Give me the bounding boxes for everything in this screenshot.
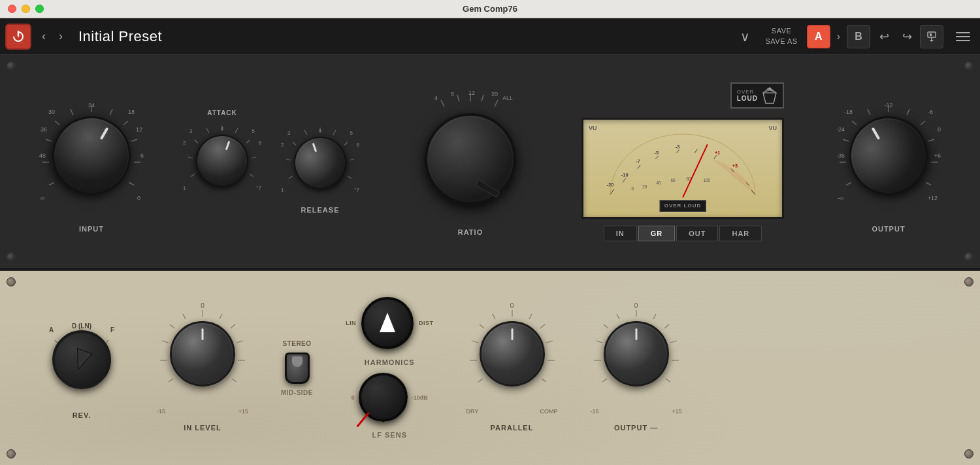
svg-text:+1: +1 — [715, 149, 720, 155]
save-label: SAVE — [772, 26, 792, 36]
in-level-label: IN LEVEL — [184, 424, 221, 432]
ab-button-b[interactable]: B — [847, 25, 870, 48]
svg-line-103 — [472, 341, 478, 343]
out-neg24: -24 — [836, 126, 845, 133]
save-as-label: SAVE AS — [766, 37, 798, 46]
svg-line-95 — [169, 379, 173, 382]
svg-line-117 — [666, 379, 670, 382]
out-level-neg15: -15 — [591, 408, 599, 415]
svg-line-36 — [457, 95, 459, 101]
svg-text:0: 0 — [632, 186, 634, 190]
svg-line-47 — [610, 189, 614, 194]
svg-line-102 — [546, 341, 553, 343]
vu-arc-svg: -20 -10 -7 -5 -3 +1 +3 0 20 4 — [591, 119, 774, 198]
harmonics-knob[interactable] — [361, 297, 414, 349]
svg-line-50 — [655, 156, 659, 159]
output-knob-section: -12 -6 -18 0 -24 +6 -36 +12 -∞ OUTPUT — [836, 90, 941, 233]
output-label: OUTPUT — [872, 225, 905, 233]
svg-line-16 — [49, 182, 54, 185]
redo-button[interactable]: ↪ — [897, 27, 917, 46]
svg-line-71 — [907, 109, 909, 115]
attack-label: ATTACK — [207, 109, 237, 116]
close-button[interactable] — [8, 5, 16, 13]
svg-line-38 — [482, 95, 483, 101]
out-neg6: -6 — [928, 109, 933, 115]
menu-button[interactable] — [951, 25, 975, 48]
atk-4: 4 — [221, 126, 223, 131]
diamond-gem-icon — [762, 86, 777, 105]
parallel-dry-label: DRY — [466, 408, 479, 415]
release-label: RELEASE — [301, 206, 340, 214]
rel-5: 5 — [350, 130, 353, 136]
ratio-20: 20 — [491, 91, 498, 97]
lfsens-knob[interactable] — [359, 373, 408, 422]
svg-marker-84 — [71, 348, 92, 371]
atk-6: 6 — [259, 140, 261, 146]
meter-btn-har[interactable]: HAR — [719, 226, 762, 241]
harmonics-label: HARMONICS — [365, 358, 415, 366]
out-level-scale: -15 +15 — [591, 408, 682, 415]
maximize-button[interactable] — [35, 5, 44, 13]
io-button[interactable] — [920, 25, 943, 48]
power-button[interactable] — [5, 24, 31, 50]
svg-line-73 — [921, 121, 925, 125]
stereo-midside-toggle[interactable] — [285, 353, 310, 384]
next-preset-button[interactable]: › — [54, 27, 68, 46]
meter-btn-out[interactable]: OUT — [676, 226, 718, 241]
svg-line-18 — [235, 128, 238, 133]
out-neginf: -∞ — [838, 195, 843, 201]
upper-panel: 24 18 30 12 36 6 48 0 ∞ — [0, 55, 980, 271]
svg-line-23 — [188, 157, 193, 158]
svg-line-22 — [252, 157, 256, 158]
rev-label: REV. — [73, 411, 91, 419]
svg-line-100 — [540, 324, 545, 328]
rel-1: 1 — [281, 187, 284, 193]
minimize-button[interactable] — [22, 5, 30, 13]
svg-line-53 — [714, 155, 717, 159]
svg-line-12 — [46, 139, 52, 141]
save-block[interactable]: SAVE SAVE AS — [760, 26, 803, 46]
atk-1: 1 — [183, 185, 186, 191]
rev-switch-knob[interactable] — [52, 330, 111, 389]
in-level-knob[interactable] — [170, 321, 235, 387]
svg-line-7 — [110, 109, 112, 115]
parallel-knob[interactable] — [480, 321, 545, 387]
ab-button-a[interactable]: A — [807, 25, 830, 48]
meter-btn-in[interactable]: IN — [604, 226, 637, 241]
overloud-loud: LOUD — [737, 95, 758, 102]
ratio-knob[interactable] — [425, 113, 516, 205]
main-area: 24 18 30 12 36 6 48 0 ∞ — [0, 55, 980, 465]
svg-line-86 — [220, 314, 222, 319]
svg-text:-10: -10 — [621, 171, 629, 177]
svg-text:-20: -20 — [607, 182, 614, 188]
harmonics-arrow-icon — [374, 310, 400, 336]
svg-line-48 — [623, 178, 627, 182]
menu-icon — [956, 32, 970, 33]
ratio-knob-section: 4 8 12 20 ALL RATIO — [399, 87, 542, 236]
ab-arrow-icon: › — [834, 31, 843, 43]
svg-line-52 — [694, 149, 697, 153]
out-level-plus15: +15 — [672, 408, 681, 415]
out-neg18: -18 — [844, 109, 853, 115]
meter-badge-over: OVER — [664, 203, 682, 209]
svg-marker-43 — [763, 90, 776, 103]
undo-button[interactable]: ↩ — [874, 27, 894, 46]
parallel-label: PARALLEL — [491, 424, 534, 432]
meter-btn-gr[interactable]: GR — [638, 226, 676, 241]
menu-icon — [956, 36, 970, 37]
svg-text:-5: -5 — [655, 150, 659, 156]
svg-marker-5 — [930, 40, 934, 42]
prev-preset-button[interactable]: ‹ — [37, 27, 51, 46]
output-level-knob[interactable] — [604, 321, 669, 387]
svg-line-91 — [162, 341, 169, 343]
preset-name-display: Initial Preset — [71, 28, 730, 45]
svg-text:-7: -7 — [636, 158, 640, 164]
lfsens-label: LF SENS — [372, 431, 407, 439]
preset-dropdown-button[interactable]: ∨ — [732, 26, 758, 47]
svg-line-25 — [191, 174, 195, 177]
rel-2: 2 — [281, 142, 284, 148]
ratio-all: ALL — [502, 95, 513, 101]
svg-line-111 — [664, 324, 669, 328]
harmonics-lin-label: LIN — [346, 320, 356, 326]
out-plus12: +12 — [928, 195, 938, 201]
